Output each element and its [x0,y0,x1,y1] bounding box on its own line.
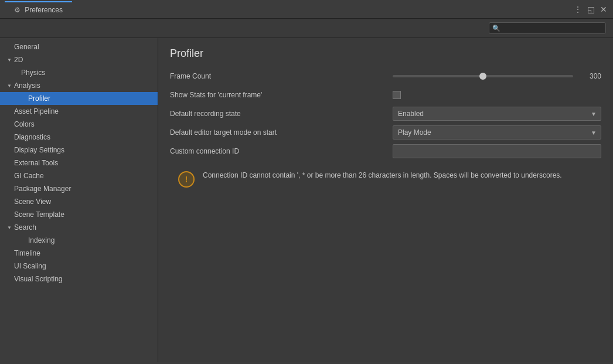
sidebar-item-package-manager[interactable]: Package Manager [0,182,158,195]
setting-row-default-editor-target: Default editor target mode on startPlay … [170,125,601,140]
setting-label-custom-connection-id: Custom connection ID [170,147,393,155]
sidebar-item-label: Timeline [14,249,40,257]
page-title: Profiler [170,47,601,60]
setting-row-show-stats: Show Stats for 'current frame' [170,88,601,102]
setting-control-default-editor-target: Play ModeEdit Mode▼ [393,125,601,140]
setting-label-default-recording-state: Default recording state [170,110,393,118]
sidebar-item-label: Physics [21,69,45,77]
tab-title: Preferences [25,6,63,14]
sidebar-item-label: Colors [14,120,35,128]
sidebar-item-ui-scaling[interactable]: UI Scaling [0,260,158,273]
sidebar-item-label: Visual Scripting [14,275,63,283]
select-default-editor-target[interactable]: Play ModeEdit Mode [393,125,601,140]
sidebar-item-2d[interactable]: 2D [0,53,158,66]
content-area: Profiler Frame Count300Show Stats for 'c… [158,38,613,362]
sidebar-item-scene-template[interactable]: Scene Template [0,208,158,221]
select-default-recording-state[interactable]: EnabledDisabled [393,107,601,121]
sidebar-item-timeline[interactable]: Timeline [0,247,158,260]
sidebar-item-gi-cache[interactable]: GI Cache [0,169,158,182]
sidebar-item-label: Diagnostics [14,133,50,141]
triangle-icon [7,57,13,63]
warning-text: Connection ID cannot contain ', * or be … [203,170,562,181]
sidebar-item-physics[interactable]: Physics [0,66,158,79]
settings-list: Frame Count300Show Stats for 'current fr… [170,69,601,158]
setting-label-default-editor-target: Default editor target mode on start [170,128,393,137]
sidebar-item-general[interactable]: General [0,40,158,53]
sidebar-item-label: Search [14,223,36,232]
sidebar-item-label: General [14,43,39,51]
custom-connection-id-input[interactable] [393,144,601,158]
search-input[interactable] [489,22,606,34]
warning-box: ! Connection ID cannot contain ', * or b… [170,163,601,196]
setting-control-frame-count: 300 [393,72,601,80]
search-wrap: 🔍 [489,22,606,34]
sidebar-item-label: GI Cache [14,172,44,180]
search-icon: 🔍 [492,25,500,32]
warning-icon: ! [178,171,195,188]
sidebar-item-profiler[interactable]: Profiler [0,92,158,105]
sidebar-item-label: External Tools [14,159,58,167]
select-wrap-default-recording-state: EnabledDisabled▼ [393,107,601,121]
sidebar-item-analysis[interactable]: Analysis [0,79,158,92]
triangle-icon [7,83,13,89]
sidebar-item-label: Indexing [28,236,55,244]
setting-control-default-recording-state: EnabledDisabled▼ [393,107,601,121]
setting-label-frame-count: Frame Count [170,72,393,80]
sidebar-item-label: Display Settings [14,146,64,154]
sidebar-item-label: Analysis [14,81,40,90]
sidebar-item-label: UI Scaling [14,262,46,270]
sidebar-item-colors[interactable]: Colors [0,118,158,131]
sidebar-item-diagnostics[interactable]: Diagnostics [0,131,158,144]
close-button[interactable]: ✕ [599,5,608,14]
search-bar: 🔍 [0,19,613,38]
slider-wrap: 300 [393,72,601,80]
sidebar-item-indexing[interactable]: Indexing [0,234,158,247]
setting-control-show-stats [393,91,601,99]
gear-icon: ⚙ [14,6,21,14]
warning-icon-wrap: ! [177,170,196,189]
window-controls: ⋮ ◱ ✕ [573,5,608,14]
sidebar-item-search[interactable]: Search [0,221,158,234]
sidebar-item-label: Package Manager [14,185,71,193]
main-layout: General2DPhysicsAnalysisProfilerAsset Pi… [0,38,613,362]
sidebar-item-label: Asset Pipeline [14,107,59,115]
sidebar-item-external-tools[interactable]: External Tools [0,157,158,169]
menu-button[interactable]: ⋮ [573,5,583,14]
preferences-tab[interactable]: ⚙ Preferences [5,1,72,18]
setting-control-custom-connection-id [393,144,601,158]
title-bar: ⚙ Preferences ⋮ ◱ ✕ [0,0,613,19]
sidebar-item-label: 2D [14,56,23,64]
sidebar-item-visual-scripting[interactable]: Visual Scripting [0,273,158,285]
setting-label-show-stats: Show Stats for 'current frame' [170,91,393,99]
setting-row-frame-count: Frame Count300 [170,69,601,83]
setting-row-default-recording-state: Default recording stateEnabledDisabled▼ [170,107,601,121]
frame-count-slider[interactable] [393,75,573,77]
sidebar: General2DPhysicsAnalysisProfilerAsset Pi… [0,38,158,362]
sidebar-item-label: Profiler [28,94,50,103]
show-stats-checkbox[interactable] [393,91,401,99]
restore-button[interactable]: ◱ [586,5,595,14]
sidebar-item-label: Scene Template [14,210,64,219]
sidebar-item-label: Scene View [14,198,51,206]
sidebar-item-display-settings[interactable]: Display Settings [0,144,158,157]
slider-value: 300 [578,72,601,80]
triangle-icon [7,225,13,230]
setting-row-custom-connection-id: Custom connection ID [170,144,601,158]
sidebar-item-scene-view[interactable]: Scene View [0,195,158,208]
select-wrap-default-editor-target: Play ModeEdit Mode▼ [393,125,601,140]
sidebar-item-asset-pipeline[interactable]: Asset Pipeline [0,105,158,118]
